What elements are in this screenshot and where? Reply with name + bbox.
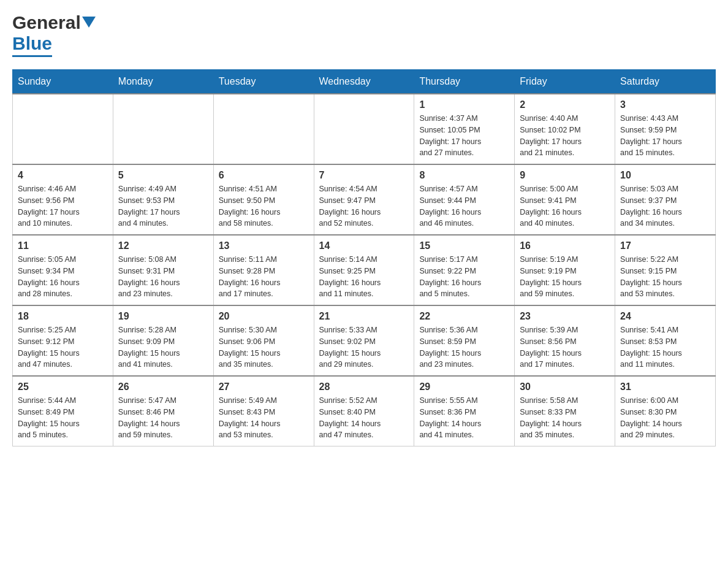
day-info: Sunrise: 5:41 AMSunset: 8:53 PMDaylight:…: [620, 324, 710, 370]
calendar-cell: 8Sunrise: 4:57 AMSunset: 9:44 PMDaylight…: [414, 164, 515, 235]
day-info: Sunrise: 5:08 AMSunset: 9:31 PMDaylight:…: [118, 254, 208, 300]
day-number: 29: [419, 381, 509, 393]
day-info: Sunrise: 5:30 AMSunset: 9:06 PMDaylight:…: [219, 324, 309, 370]
calendar-cell: 27Sunrise: 5:49 AMSunset: 8:43 PMDayligh…: [213, 376, 314, 446]
calendar-cell: 11Sunrise: 5:05 AMSunset: 9:34 PMDayligh…: [13, 235, 113, 305]
calendar-cell: 19Sunrise: 5:28 AMSunset: 9:09 PMDayligh…: [113, 305, 213, 376]
day-info: Sunrise: 4:54 AMSunset: 9:47 PMDaylight:…: [319, 183, 409, 229]
calendar-header-row: SundayMondayTuesdayWednesdayThursdayFrid…: [13, 70, 716, 94]
day-info: Sunrise: 5:19 AMSunset: 9:19 PMDaylight:…: [520, 254, 610, 300]
calendar-week-row: 4Sunrise: 4:46 AMSunset: 9:56 PMDaylight…: [13, 164, 716, 235]
calendar-cell: 21Sunrise: 5:33 AMSunset: 9:02 PMDayligh…: [314, 305, 414, 376]
day-number: 8: [419, 170, 509, 181]
calendar-cell: 9Sunrise: 5:00 AMSunset: 9:41 PMDaylight…: [515, 164, 615, 235]
day-number: 14: [319, 240, 409, 251]
day-info: Sunrise: 5:22 AMSunset: 9:15 PMDaylight:…: [620, 254, 710, 300]
day-info: Sunrise: 5:52 AMSunset: 8:40 PMDaylight:…: [319, 395, 409, 441]
calendar-cell: 29Sunrise: 5:55 AMSunset: 8:36 PMDayligh…: [414, 376, 515, 446]
calendar-cell: 31Sunrise: 6:00 AMSunset: 8:30 PMDayligh…: [615, 376, 716, 446]
calendar-cell: 6Sunrise: 4:51 AMSunset: 9:50 PMDaylight…: [213, 164, 314, 235]
day-info: Sunrise: 4:37 AMSunset: 10:05 PMDaylight…: [419, 113, 509, 159]
day-number: 16: [520, 240, 610, 251]
column-header-saturday: Saturday: [615, 70, 716, 94]
calendar-cell: 10Sunrise: 5:03 AMSunset: 9:37 PMDayligh…: [615, 164, 716, 235]
column-header-monday: Monday: [113, 70, 213, 94]
calendar-cell: 16Sunrise: 5:19 AMSunset: 9:19 PMDayligh…: [515, 235, 615, 305]
logo-general-text: General: [12, 12, 81, 33]
logo: General Blue: [12, 12, 96, 57]
day-number: 4: [18, 170, 108, 181]
day-number: 24: [620, 311, 710, 322]
day-info: Sunrise: 6:00 AMSunset: 8:30 PMDaylight:…: [620, 395, 710, 441]
day-info: Sunrise: 4:40 AMSunset: 10:02 PMDaylight…: [520, 113, 610, 159]
day-info: Sunrise: 5:55 AMSunset: 8:36 PMDaylight:…: [419, 395, 509, 441]
day-number: 7: [319, 170, 409, 181]
column-header-tuesday: Tuesday: [213, 70, 314, 94]
day-info: Sunrise: 4:46 AMSunset: 9:56 PMDaylight:…: [18, 183, 108, 229]
calendar-week-row: 11Sunrise: 5:05 AMSunset: 9:34 PMDayligh…: [13, 235, 716, 305]
day-info: Sunrise: 5:03 AMSunset: 9:37 PMDaylight:…: [620, 183, 710, 229]
calendar-cell: 2Sunrise: 4:40 AMSunset: 10:02 PMDayligh…: [515, 94, 615, 164]
day-number: 3: [620, 99, 710, 110]
calendar-cell: 13Sunrise: 5:11 AMSunset: 9:28 PMDayligh…: [213, 235, 314, 305]
day-info: Sunrise: 5:33 AMSunset: 9:02 PMDaylight:…: [319, 324, 409, 370]
day-info: Sunrise: 5:05 AMSunset: 9:34 PMDaylight:…: [18, 254, 108, 300]
calendar-cell: 7Sunrise: 4:54 AMSunset: 9:47 PMDaylight…: [314, 164, 414, 235]
calendar-week-row: 18Sunrise: 5:25 AMSunset: 9:12 PMDayligh…: [13, 305, 716, 376]
day-info: Sunrise: 5:28 AMSunset: 9:09 PMDaylight:…: [118, 324, 208, 370]
day-info: Sunrise: 5:00 AMSunset: 9:41 PMDaylight:…: [520, 183, 610, 229]
day-number: 20: [219, 311, 309, 322]
day-info: Sunrise: 5:47 AMSunset: 8:46 PMDaylight:…: [118, 395, 208, 441]
day-number: 17: [620, 240, 710, 251]
calendar-cell: 30Sunrise: 5:58 AMSunset: 8:33 PMDayligh…: [515, 376, 615, 446]
page-header: General Blue: [12, 12, 716, 57]
column-header-thursday: Thursday: [414, 70, 515, 94]
calendar-cell: 20Sunrise: 5:30 AMSunset: 9:06 PMDayligh…: [213, 305, 314, 376]
day-info: Sunrise: 5:17 AMSunset: 9:22 PMDaylight:…: [419, 254, 509, 300]
column-header-friday: Friday: [515, 70, 615, 94]
day-number: 2: [520, 99, 610, 110]
calendar-cell: 1Sunrise: 4:37 AMSunset: 10:05 PMDayligh…: [414, 94, 515, 164]
day-number: 25: [18, 381, 108, 393]
calendar-cell: 24Sunrise: 5:41 AMSunset: 8:53 PMDayligh…: [615, 305, 716, 376]
day-number: 22: [419, 311, 509, 322]
calendar-cell: 22Sunrise: 5:36 AMSunset: 8:59 PMDayligh…: [414, 305, 515, 376]
day-info: Sunrise: 4:49 AMSunset: 9:53 PMDaylight:…: [118, 183, 208, 229]
day-number: 13: [219, 240, 309, 251]
calendar-table: SundayMondayTuesdayWednesdayThursdayFrid…: [12, 69, 716, 446]
calendar-cell: 17Sunrise: 5:22 AMSunset: 9:15 PMDayligh…: [615, 235, 716, 305]
day-number: 18: [18, 311, 108, 322]
day-info: Sunrise: 5:44 AMSunset: 8:49 PMDaylight:…: [18, 395, 108, 441]
day-number: 30: [520, 381, 610, 393]
day-info: Sunrise: 5:25 AMSunset: 9:12 PMDaylight:…: [18, 324, 108, 370]
calendar-cell: 14Sunrise: 5:14 AMSunset: 9:25 PMDayligh…: [314, 235, 414, 305]
svg-marker-0: [82, 17, 96, 28]
calendar-cell: [314, 94, 414, 164]
calendar-cell: 3Sunrise: 4:43 AMSunset: 9:59 PMDaylight…: [615, 94, 716, 164]
day-number: 12: [118, 240, 208, 251]
day-info: Sunrise: 5:11 AMSunset: 9:28 PMDaylight:…: [219, 254, 309, 300]
calendar-cell: 12Sunrise: 5:08 AMSunset: 9:31 PMDayligh…: [113, 235, 213, 305]
calendar-week-row: 25Sunrise: 5:44 AMSunset: 8:49 PMDayligh…: [13, 376, 716, 446]
day-number: 6: [219, 170, 309, 181]
column-header-sunday: Sunday: [13, 70, 113, 94]
day-info: Sunrise: 4:57 AMSunset: 9:44 PMDaylight:…: [419, 183, 509, 229]
day-info: Sunrise: 5:14 AMSunset: 9:25 PMDaylight:…: [319, 254, 409, 300]
day-info: Sunrise: 5:36 AMSunset: 8:59 PMDaylight:…: [419, 324, 509, 370]
calendar-cell: 15Sunrise: 5:17 AMSunset: 9:22 PMDayligh…: [414, 235, 515, 305]
column-header-wednesday: Wednesday: [314, 70, 414, 94]
day-info: Sunrise: 5:58 AMSunset: 8:33 PMDaylight:…: [520, 395, 610, 441]
calendar-cell: 26Sunrise: 5:47 AMSunset: 8:46 PMDayligh…: [113, 376, 213, 446]
calendar-cell: 23Sunrise: 5:39 AMSunset: 8:56 PMDayligh…: [515, 305, 615, 376]
calendar-week-row: 1Sunrise: 4:37 AMSunset: 10:05 PMDayligh…: [13, 94, 716, 164]
calendar-cell: 28Sunrise: 5:52 AMSunset: 8:40 PMDayligh…: [314, 376, 414, 446]
day-number: 11: [18, 240, 108, 251]
day-number: 1: [419, 99, 509, 110]
calendar-cell: [213, 94, 314, 164]
day-number: 23: [520, 311, 610, 322]
calendar-cell: 25Sunrise: 5:44 AMSunset: 8:49 PMDayligh…: [13, 376, 113, 446]
day-number: 21: [319, 311, 409, 322]
day-number: 31: [620, 381, 710, 393]
day-number: 28: [319, 381, 409, 393]
calendar-cell: 4Sunrise: 4:46 AMSunset: 9:56 PMDaylight…: [13, 164, 113, 235]
